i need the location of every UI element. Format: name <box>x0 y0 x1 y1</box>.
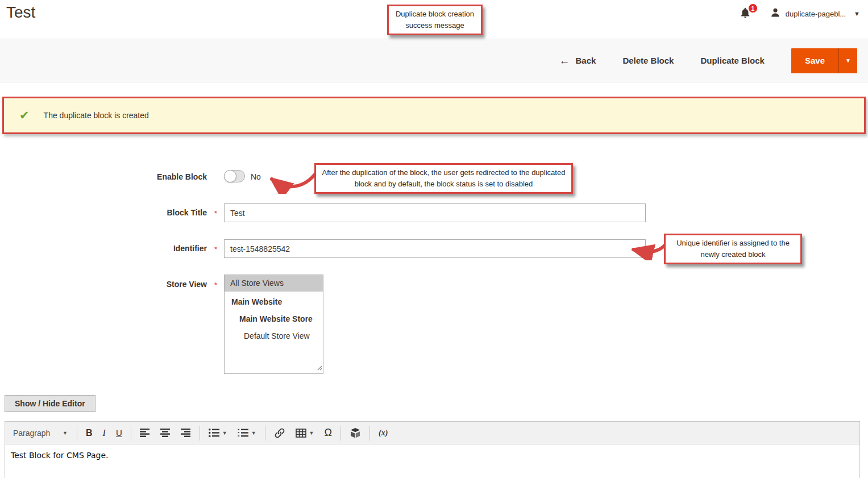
required-marker: * <box>214 281 217 289</box>
insert-widget-button[interactable] <box>344 422 366 444</box>
toolbar-separator <box>340 426 341 440</box>
toolbar-separator <box>265 426 265 440</box>
underline-button[interactable]: U <box>111 422 127 444</box>
block-title-label: Block Title * <box>0 208 207 217</box>
chevron-down-icon: ▼ <box>854 10 860 17</box>
enable-block-toggle[interactable] <box>224 170 245 182</box>
toolbar-separator <box>200 426 200 440</box>
user-menu[interactable]: duplicate-pagebl... ▼ <box>770 7 860 20</box>
align-center-button[interactable] <box>155 422 176 444</box>
chevron-down-icon: ▼ <box>63 430 68 436</box>
table-icon <box>296 429 306 438</box>
chevron-down-icon: ▼ <box>845 57 851 64</box>
link-icon <box>274 427 285 439</box>
align-left-button[interactable] <box>135 422 155 444</box>
annotation-arrow <box>263 167 319 194</box>
bullet-list-icon <box>209 429 219 437</box>
store-view-option-main-website[interactable]: Main Website <box>225 293 323 310</box>
identifier-input[interactable] <box>224 239 646 258</box>
required-marker: * <box>214 245 217 253</box>
format-label: Paragraph <box>13 429 50 438</box>
back-arrow-icon: ← <box>559 55 570 67</box>
align-center-icon <box>160 429 171 437</box>
numbered-list-button[interactable]: ▼ <box>232 422 261 444</box>
align-right-icon <box>181 429 191 437</box>
toggle-knob <box>224 170 236 182</box>
bell-icon <box>739 11 751 21</box>
paragraph-format-select[interactable]: Paragraph ▼ <box>6 422 73 444</box>
editor-toolbar: Paragraph ▼ B I U ▼ <box>5 422 859 444</box>
omega-icon: Ω <box>325 427 332 439</box>
page-actions-toolbar: ← Back Delete Block Duplicate Block Save… <box>0 39 868 82</box>
store-view-option-main-website-store[interactable]: Main Website Store <box>225 310 323 327</box>
align-right-button[interactable] <box>176 422 196 444</box>
bullet-list-button[interactable]: ▼ <box>203 422 232 444</box>
widget-icon <box>350 428 361 438</box>
toolbar-separator <box>77 426 77 440</box>
store-view-option-default-store-view[interactable]: Default Store View <box>225 327 323 344</box>
delete-block-label: Delete Block <box>622 56 674 65</box>
user-avatar-icon <box>770 7 781 20</box>
delete-block-button[interactable]: Delete Block <box>622 56 674 65</box>
checkmark-icon: ✔ <box>19 109 30 122</box>
special-character-button[interactable]: Ω <box>319 422 337 444</box>
chevron-down-icon: ▼ <box>251 430 256 436</box>
store-view-option-all[interactable]: All Store Views <box>225 275 323 292</box>
insert-link-button[interactable] <box>269 422 290 444</box>
identifier-label: Identifier * <box>0 244 207 253</box>
page-title: Test <box>6 3 35 22</box>
variable-icon: (x) <box>379 429 388 438</box>
resize-handle-icon[interactable] <box>317 363 322 373</box>
chevron-down-icon: ▼ <box>222 430 227 436</box>
annotation-success-message: Duplicate block creation success message <box>387 5 483 35</box>
back-button[interactable]: ← Back <box>559 55 596 67</box>
cms-block-edit-page: Test Duplicate block creation success me… <box>0 0 868 478</box>
block-title-input[interactable] <box>224 203 646 222</box>
user-name: duplicate-pagebl... <box>786 10 846 18</box>
enable-block-label: Enable Block <box>0 172 207 181</box>
required-marker: * <box>214 209 217 218</box>
insert-table-button[interactable]: ▼ <box>290 422 319 444</box>
back-label: Back <box>576 56 596 65</box>
enable-block-state: No <box>251 172 261 181</box>
notifications-button[interactable]: 1 <box>739 7 753 20</box>
save-options-button[interactable]: ▼ <box>838 48 857 73</box>
save-button[interactable]: Save <box>791 48 838 73</box>
toolbar-separator <box>131 426 131 440</box>
notification-count-badge: 1 <box>748 3 758 13</box>
success-message-text: The duplicate block is created <box>44 111 149 120</box>
editor-content[interactable]: Test Block for CMS Page. <box>5 444 859 478</box>
store-view-select[interactable]: All Store Views Main Website Main Websit… <box>224 275 323 374</box>
align-left-icon <box>140 429 150 437</box>
italic-button[interactable]: I <box>98 422 111 444</box>
bold-button[interactable]: B <box>81 422 98 444</box>
store-view-label: Store View * <box>0 280 207 289</box>
annotation-enable-block: After the duplication of the block, the … <box>314 163 573 194</box>
toolbar-separator <box>369 426 370 440</box>
duplicate-block-button[interactable]: Duplicate Block <box>700 56 765 65</box>
success-message-banner: ✔ The duplicate block is created <box>2 97 866 134</box>
header-actions: 1 duplicate-pagebl... ▼ <box>739 7 860 20</box>
save-split-button: Save ▼ <box>791 48 857 73</box>
insert-variable-button[interactable]: (x) <box>373 422 393 444</box>
chevron-down-icon: ▼ <box>309 430 314 436</box>
duplicate-block-label: Duplicate Block <box>700 56 765 65</box>
numbered-list-icon <box>238 429 248 437</box>
show-hide-editor-button[interactable]: Show / Hide Editor <box>5 395 95 412</box>
annotation-identifier: Unique identifier is assigned to the new… <box>664 234 802 264</box>
wysiwyg-editor: Paragraph ▼ B I U ▼ <box>5 421 860 478</box>
